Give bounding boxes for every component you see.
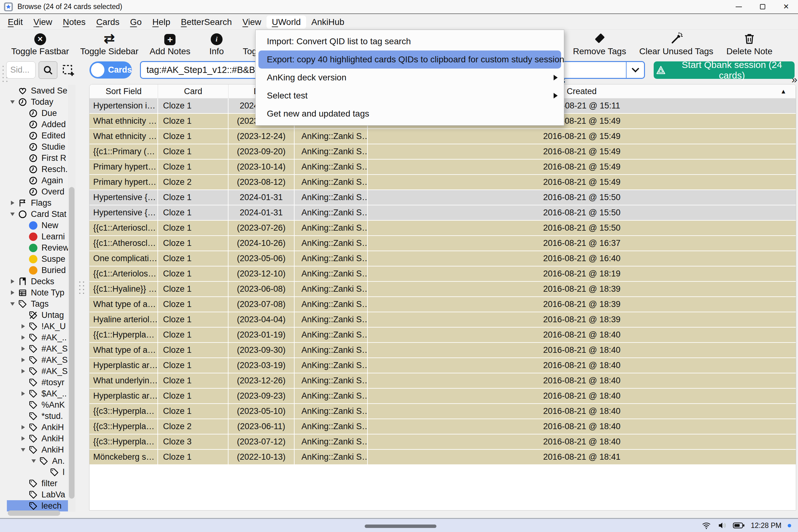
sidebar-item-suspe[interactable]: Suspe	[7, 253, 68, 265]
sidebar-item-review[interactable]: Review	[7, 242, 68, 253]
info-button[interactable]: iInfo	[202, 30, 232, 56]
sidebar-item-filter[interactable]: filter	[7, 478, 68, 489]
search-button[interactable]	[39, 61, 57, 79]
sidebar-item-due[interactable]: Due	[7, 108, 68, 119]
menubar-item-notes[interactable]: Notes	[57, 16, 91, 29]
menubar-item-bettersearch[interactable]: BetterSearch	[175, 16, 237, 29]
table-row[interactable]: What underlyin…Cloze 1(2023-12-26)AnKing…	[90, 373, 796, 388]
sidebar-item-ak-s[interactable]: #AK_S	[7, 354, 68, 365]
column-header-card[interactable]: Card	[158, 84, 228, 98]
table-row[interactable]: {{c1::Atheroscl…Cloze 1(2024-10-26)AnKin…	[90, 236, 796, 251]
sidebar-item-ank[interactable]: %AnK	[7, 399, 68, 411]
column-header-sort-field[interactable]: Sort Field	[90, 84, 158, 98]
table-row[interactable]: What ethnicity …Cloze 1(2023-12-24)AnKin…	[90, 129, 796, 144]
sidebar-item-ankih[interactable]: AnkiH	[7, 433, 68, 444]
minimize-button[interactable]	[727, 0, 750, 13]
sidebar-item-saved-se[interactable]: Saved Se	[7, 85, 68, 96]
caret-right-icon[interactable]	[19, 358, 27, 362]
table-row[interactable]: Hyperplastic ar…Cloze 1(2023-09-23)AnKin…	[90, 388, 796, 403]
caret-right-icon[interactable]	[19, 392, 27, 396]
table-row[interactable]: Hyaline arteriol…Cloze 1(2023-04-04)AnKi…	[90, 312, 796, 327]
table-row[interactable]: Primary hypert…Cloze 2(2023-08-12)AnKing…	[90, 175, 796, 189]
sidebar-item-decks[interactable]: Decks	[7, 276, 68, 287]
caret-right-icon[interactable]	[19, 346, 27, 351]
sidebar-filter-input[interactable]	[6, 61, 36, 78]
table-row[interactable]: Hypertensive {…Cloze 12024-01-31AnKing::…	[90, 190, 796, 205]
caret-down-icon[interactable]	[9, 302, 16, 306]
sidebar-item-first-r[interactable]: First R	[7, 152, 68, 164]
table-row[interactable]: Primary hypert…Cloze 1(2023-10-14)AnKing…	[90, 159, 796, 174]
table-row[interactable]: Mönckeberg s…Cloze 1(2022-10-13)AnKing::…	[90, 450, 796, 464]
sidebar-item-resch[interactable]: Resch.	[7, 164, 68, 175]
taskbar-center-pill[interactable]	[365, 525, 436, 528]
sidebar-item-edited[interactable]: Edited	[7, 130, 68, 141]
sidebar-item-learni[interactable]: Learni	[7, 231, 68, 242]
table-row[interactable]: What type of a…Cloze 1(2023-07-08)AnKing…	[90, 297, 796, 312]
uworld-menu-item-anking-deck-version[interactable]: AnKing deck version	[255, 69, 564, 87]
delete-note-button[interactable]: Delete Note	[726, 30, 773, 56]
notification-dot-icon[interactable]	[788, 524, 791, 527]
search-history-dropdown[interactable]	[626, 62, 644, 78]
table-row[interactable]: {{c3::Hyperpla…Cloze 1(2023-05-10)AnKing…	[90, 404, 796, 419]
sidebar-item-ankih[interactable]: AnkiH	[7, 422, 68, 433]
maximize-button[interactable]	[750, 0, 774, 13]
toggle-fastbar-button[interactable]: ✕Toggle Fastbar	[11, 30, 69, 56]
sidebar-item-stud[interactable]: *stud.	[7, 411, 68, 422]
uworld-menu-item-export-copy-40-highli[interactable]: Export: copy 40 highlighted cards QIDs t…	[259, 51, 561, 69]
caret-right-icon[interactable]	[9, 201, 16, 205]
sidebar-item-studie[interactable]: Studie	[7, 141, 68, 152]
sidebar-item-labva[interactable]: LabVa	[7, 489, 68, 500]
sidebar-item-added[interactable]: Added	[7, 119, 68, 130]
sidebar-item-tosyr[interactable]: #tosyr	[7, 377, 68, 388]
sidebar-item-untag[interactable]: Untag	[7, 309, 68, 321]
table-row[interactable]: {{c1::Primary (…Cloze 1(2023-09-20)AnKin…	[90, 144, 796, 159]
battery-icon[interactable]	[733, 522, 745, 529]
uworld-menu-item-get-new-and-updated-ta[interactable]: Get new and updated tags	[255, 105, 564, 123]
caret-down-icon[interactable]	[9, 212, 16, 216]
sidebar-item-card-stat[interactable]: Card Stat	[7, 209, 68, 220]
sidebar-item-overd[interactable]: Overd	[7, 186, 68, 197]
table-row[interactable]: One complicati…Cloze 1(2023-05-06)AnKing…	[90, 251, 796, 266]
sidebar-item-l[interactable]: l	[7, 467, 68, 478]
caret-down-icon[interactable]	[9, 100, 16, 104]
uworld-menu-item-import-convert-qid-li[interactable]: Import: Convert QID list to tag search	[255, 33, 564, 51]
table-row[interactable]: Hyperplastic ar…Cloze 1(2023-03-19)AnKin…	[90, 358, 796, 373]
toggle-sidebar-button[interactable]: ⇄Toggle Sidebar	[80, 30, 138, 56]
uworld-menu-item-select-test[interactable]: Select test	[255, 87, 564, 105]
menubar-item-edit[interactable]: Edit	[2, 16, 28, 29]
sidebar-item-ak[interactable]: $AK_..	[7, 388, 68, 399]
table-row[interactable]: {{c3::Hyperpla…Cloze 2(2023-06-11)AnKing…	[90, 419, 796, 434]
menubar-item-go[interactable]: Go	[125, 16, 147, 29]
sidebar-item-again[interactable]: Again	[7, 175, 68, 186]
caret-right-icon[interactable]	[9, 290, 16, 295]
caret-right-icon[interactable]	[19, 324, 27, 328]
sidebar-splitter-handle[interactable]	[79, 281, 84, 294]
menubar-item-ankihub[interactable]: AnkiHub	[306, 16, 350, 29]
sidebar-item-ankih[interactable]: AnkiH	[7, 444, 68, 455]
table-row[interactable]: {{c1::Hyperpla…Cloze 1(2023-01-19)AnKing…	[90, 327, 796, 342]
sidebar-hscrollbar-thumb[interactable]	[8, 511, 60, 516]
sidebar-item-note-typ[interactable]: Note Typ	[7, 287, 68, 298]
sidebar-item-ak[interactable]: #AK_..	[7, 332, 68, 343]
selection-mode-icon[interactable]	[62, 64, 75, 77]
sidebar-item-ak-s[interactable]: #AK_S	[7, 343, 68, 354]
volume-icon[interactable]	[717, 521, 727, 530]
caret-down-icon[interactable]	[19, 448, 27, 452]
table-row[interactable]: {{c3::Hyperpla…Cloze 3(2023-07-12)AnKing…	[90, 434, 796, 449]
add-notes-button[interactable]: +Add Notes	[150, 30, 190, 56]
caret-down-icon[interactable]	[30, 459, 37, 463]
table-row[interactable]: Hypertensive {…Cloze 12024-01-31AnKing::…	[90, 205, 796, 220]
menubar-item-help[interactable]: Help	[147, 16, 176, 29]
table-row[interactable]: What type of a…Cloze 1(2023-09-30)AnKing…	[90, 343, 796, 358]
sidebar-item-today[interactable]: Today	[7, 96, 68, 108]
table-row[interactable]: {{c1::Hyaline}} …Cloze 1(2023-06-08)AnKi…	[90, 282, 796, 297]
sidebar-vscrollbar-thumb[interactable]	[69, 187, 75, 499]
remove-tags-button[interactable]: Remove Tags	[573, 30, 626, 56]
start-qbank-button[interactable]: Start Qbank session (24 cards)	[654, 61, 795, 79]
menubar-item-view[interactable]: View	[28, 16, 57, 29]
sidebar-item-leech[interactable]: leech	[7, 500, 68, 511]
caret-right-icon[interactable]	[19, 425, 27, 430]
sidebar-item-an[interactable]: An.	[7, 455, 68, 467]
sidebar-item-ak-u[interactable]: !AK_U	[7, 321, 68, 332]
sidebar-item-new[interactable]: New	[7, 220, 68, 231]
